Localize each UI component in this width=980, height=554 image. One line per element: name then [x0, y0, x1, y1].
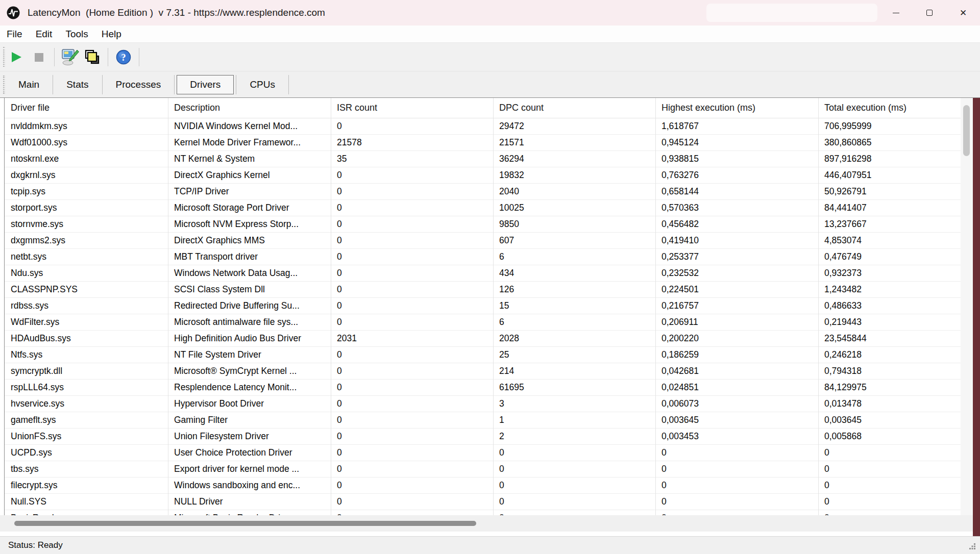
vertical-scrollbar-thumb[interactable] — [963, 105, 970, 156]
copy-report-button[interactable] — [81, 46, 104, 68]
description-cell: Kernel Mode Driver Framewor... — [168, 137, 331, 148]
table-row[interactable]: storport.sys Microsoft Storage Port Driv… — [5, 200, 961, 216]
isr-count-cell: 0 — [331, 382, 493, 393]
tab-drivers[interactable]: Drivers — [177, 75, 234, 94]
dpc-count-cell: 19832 — [493, 170, 655, 181]
latencymon-app-icon — [6, 6, 20, 20]
driver-file-cell: rdbss.sys — [5, 300, 168, 311]
table-row[interactable]: tcpip.sys TCP/IP Driver 0 2040 0,658144 … — [5, 184, 961, 200]
isr-count-cell: 0 — [331, 496, 493, 507]
description-cell: Windows Network Data Usag... — [168, 268, 331, 279]
table-row[interactable]: rdbss.sys Redirected Drive Buffering Su.… — [5, 298, 961, 314]
table-row[interactable]: BasicRender.sys Microsoft Basic Render D… — [5, 510, 961, 515]
table-row[interactable]: tbs.sys Export driver for kernel mode ..… — [5, 461, 961, 477]
description-cell: Union Filesystem Driver — [168, 431, 331, 442]
highest-execution-cell: 0,938815 — [655, 154, 818, 164]
table-row[interactable]: hvservice.sys Hypervisor Boot Driver 0 3… — [5, 396, 961, 412]
description-cell: Hypervisor Boot Driver — [168, 398, 331, 409]
driver-file-cell: tbs.sys — [5, 464, 168, 474]
highest-execution-cell: 0,003453 — [655, 431, 818, 442]
tab-separator — [288, 75, 289, 94]
description-cell: TCP/IP Driver — [168, 186, 331, 197]
column-header-dpc-count[interactable]: DPC count — [493, 103, 655, 113]
minimize-button[interactable] — [879, 0, 913, 26]
stop-monitor-button[interactable] — [28, 46, 50, 68]
menu-tools[interactable]: Tools — [59, 29, 94, 40]
table-row[interactable]: dxgmms2.sys DirectX Graphics MMS 0 607 0… — [5, 233, 961, 249]
tab-stats[interactable]: Stats — [53, 75, 102, 94]
dpc-count-cell: 2 — [493, 431, 655, 442]
highest-execution-cell: 0,253377 — [655, 251, 818, 262]
table-row[interactable]: Null.SYS NULL Driver 0 0 0 0 — [5, 494, 961, 510]
column-header-total-execution[interactable]: Total execution (ms) — [818, 103, 961, 113]
table-row[interactable]: nvlddmkm.sys NVIDIA Windows Kernel Mod..… — [5, 118, 961, 135]
table-row[interactable]: UCPD.sys User Choice Protection Driver 0… — [5, 445, 961, 461]
table-row[interactable]: rspLLL64.sys Resplendence Latency Monit.… — [5, 380, 961, 396]
table-row[interactable]: filecrypt.sys Windows sandboxing and enc… — [5, 477, 961, 494]
highest-execution-cell: 0,003645 — [655, 415, 818, 425]
horizontal-scrollbar[interactable] — [0, 515, 980, 532]
column-header-driver-file[interactable]: Driver file — [5, 103, 168, 113]
dpc-count-cell: 9850 — [493, 219, 655, 230]
help-button[interactable]: ? — [112, 46, 135, 68]
table-row[interactable]: netbt.sys MBT Transport driver 0 6 0,253… — [5, 249, 961, 265]
table-row[interactable]: gameflt.sys Gaming Filter 0 1 0,003645 0… — [5, 412, 961, 429]
table-row[interactable]: WdFilter.sys Microsoft antimalware file … — [5, 314, 961, 331]
description-cell: DirectX Graphics MMS — [168, 235, 331, 246]
isr-count-cell: 2031 — [331, 333, 493, 344]
tab-separator — [174, 75, 175, 94]
tab-processes[interactable]: Processes — [103, 75, 175, 94]
vertical-scrollbar[interactable] — [961, 98, 973, 515]
dpc-count-cell: 10025 — [493, 203, 655, 213]
isr-count-cell: 0 — [331, 219, 493, 230]
resize-grip-icon[interactable] — [968, 542, 977, 551]
dpc-count-cell: 0 — [493, 480, 655, 491]
table-row[interactable]: dxgkrnl.sys DirectX Graphics Kernel 0 19… — [5, 167, 961, 184]
dpc-count-cell: 0 — [493, 464, 655, 474]
highest-execution-cell: 0,456482 — [655, 219, 818, 230]
table-row[interactable]: stornvme.sys Microsoft NVM Express Storp… — [5, 216, 961, 233]
svg-text:?: ? — [121, 52, 126, 62]
start-monitor-button[interactable] — [5, 46, 28, 68]
menu-help[interactable]: Help — [95, 29, 128, 40]
driver-file-cell: netbt.sys — [5, 251, 168, 262]
play-icon — [10, 51, 23, 64]
driver-file-cell: UCPD.sys — [5, 447, 168, 458]
driver-file-cell: WdFilter.sys — [5, 317, 168, 328]
tab-cpus[interactable]: CPUs — [236, 75, 288, 94]
table-row[interactable]: HDAudBus.sys High Definition Audio Bus D… — [5, 331, 961, 347]
isr-count-cell: 0 — [331, 480, 493, 491]
total-execution-cell: 0,013478 — [818, 398, 961, 409]
driver-file-cell: gameflt.sys — [5, 415, 168, 425]
horizontal-scrollbar-thumb[interactable] — [14, 521, 476, 526]
dpc-count-cell: 214 — [493, 366, 655, 376]
table-row[interactable]: UnionFS.sys Union Filesystem Driver 0 2 … — [5, 429, 961, 445]
options-button[interactable] — [59, 46, 81, 68]
isr-count-cell: 0 — [331, 415, 493, 425]
highest-execution-cell: 0,570363 — [655, 203, 818, 213]
column-header-description[interactable]: Description — [168, 103, 331, 113]
table-row[interactable]: ntoskrnl.exe NT Kernel & System 35 36294… — [5, 151, 961, 167]
table-row[interactable]: Ndu.sys Windows Network Data Usag... 0 4… — [5, 265, 961, 282]
isr-count-cell: 0 — [331, 268, 493, 279]
close-button[interactable]: ✕ — [946, 0, 980, 26]
highest-execution-cell: 0,200220 — [655, 333, 818, 344]
total-execution-cell: 0,246218 — [818, 349, 961, 360]
isr-count-cell: 0 — [331, 464, 493, 474]
maximize-button[interactable] — [913, 0, 946, 26]
table-row[interactable]: CLASSPNP.SYS SCSI Class System Dll 0 126… — [5, 282, 961, 298]
driver-file-cell: rspLLL64.sys — [5, 382, 168, 393]
table-header-row: Driver file Description ISR count DPC co… — [5, 98, 961, 118]
column-header-highest-execution[interactable]: Highest execution (ms) — [655, 103, 818, 113]
table-row[interactable]: symcryptk.dll Microsoft® SymCrypt Kernel… — [5, 363, 961, 380]
dpc-count-cell: 0 — [493, 447, 655, 458]
isr-count-cell: 0 — [331, 251, 493, 262]
table-row[interactable]: Wdf01000.sys Kernel Mode Driver Framewor… — [5, 135, 961, 151]
table-row[interactable]: Ntfs.sys NT File System Driver 0 25 0,18… — [5, 347, 961, 363]
isr-count-cell: 0 — [331, 317, 493, 328]
tab-main[interactable]: Main — [5, 75, 53, 94]
driver-file-cell: storport.sys — [5, 203, 168, 213]
menu-file[interactable]: File — [0, 29, 29, 40]
menu-edit[interactable]: Edit — [29, 29, 59, 40]
column-header-isr-count[interactable]: ISR count — [331, 103, 493, 113]
